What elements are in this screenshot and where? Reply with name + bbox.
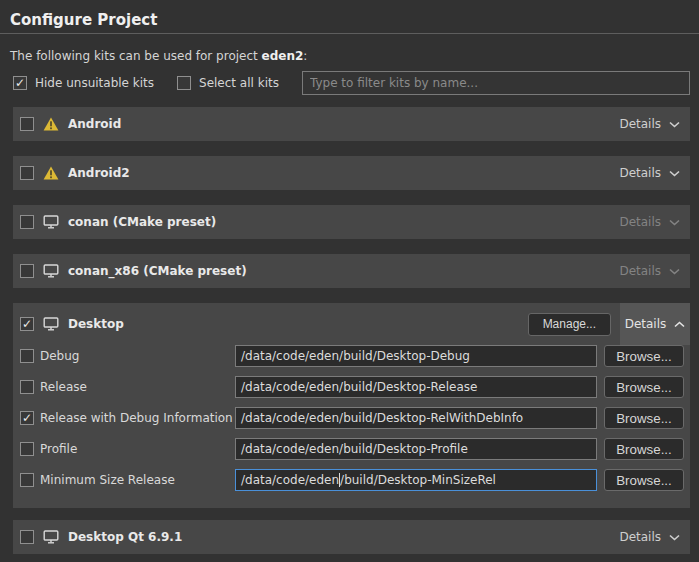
build-config-name: Minimum Size Release: [40, 473, 175, 487]
build-config-checkbox[interactable]: [20, 349, 34, 363]
build-config-label: Debug: [20, 349, 235, 363]
build-dir-value: /data/code/eden: [241, 473, 339, 487]
kit-list: Android Details Android2 Details conan (…: [13, 107, 690, 554]
chevron-up-icon: [674, 317, 685, 331]
build-config-row-release: Release /data/code/eden/build/Desktop-Re…: [20, 376, 690, 398]
details-button: Details: [609, 205, 690, 239]
checkbox-box[interactable]: [177, 76, 191, 90]
project-name: eden2: [262, 49, 304, 63]
browse-button[interactable]: Browse...: [604, 376, 684, 398]
kit-checkbox[interactable]: [20, 530, 34, 544]
kit-name: conan (CMake preset): [68, 215, 216, 229]
details-button[interactable]: Details: [609, 107, 690, 141]
build-dir-value: /data/code/eden/build/Desktop-Release: [241, 380, 477, 394]
kit-filter-bar: ✓ Hide unsuitable kits Select all kits: [13, 71, 690, 95]
kit-checkbox[interactable]: [20, 215, 34, 229]
kit-name: Android: [68, 117, 121, 131]
build-config-name: Release: [40, 380, 87, 394]
kit-name: conan_x86 (CMake preset): [68, 264, 247, 278]
browse-button[interactable]: Browse...: [604, 407, 684, 429]
chevron-down-icon: [669, 530, 680, 544]
details-label: Details: [619, 166, 661, 180]
build-config-checkbox[interactable]: [20, 473, 34, 487]
intro-prefix: The following kits can be used for proje…: [10, 49, 262, 63]
chevron-down-icon: [669, 264, 680, 278]
details-label: Details: [619, 530, 661, 544]
title-separator: [0, 33, 699, 34]
details-label: Details: [625, 317, 667, 331]
select-all-kits-checkbox[interactable]: Select all kits: [177, 76, 279, 90]
kit-name: Android2: [68, 166, 130, 180]
build-config-label: Minimum Size Release: [20, 473, 235, 487]
kit-checkbox[interactable]: [20, 166, 34, 180]
build-dir-input[interactable]: /data/code/eden/build/Desktop-Profile: [235, 438, 597, 460]
build-dir-value: /data/code/eden/build/Desktop-Debug: [241, 349, 470, 363]
intro-text: The following kits can be used for proje…: [10, 49, 689, 63]
kit-row-desktop: ✓ Desktop Manage... Details: [13, 303, 690, 345]
chevron-down-icon: [669, 215, 680, 229]
desktop-icon: [43, 317, 59, 331]
build-config-name: Profile: [40, 442, 77, 456]
build-config-name: Debug: [40, 349, 79, 363]
browse-button[interactable]: Browse...: [604, 345, 684, 367]
build-config-checkbox[interactable]: ✓: [20, 411, 34, 425]
build-dir-value: /data/code/eden/build/Desktop-RelWithDeb…: [241, 411, 523, 425]
kit-row-conan-x86: conan_x86 (CMake preset) Details: [13, 254, 690, 288]
desktop-icon: [43, 215, 59, 229]
chevron-down-icon: [669, 117, 680, 131]
kit-checkbox[interactable]: [20, 264, 34, 278]
kit-row-android2: Android2 Details: [13, 156, 690, 190]
checkbox-box[interactable]: ✓: [13, 76, 27, 90]
build-config-checkbox[interactable]: [20, 380, 34, 394]
build-dir-input-focused[interactable]: /data/code/eden/build/Desktop-MinSizeRel: [235, 469, 597, 491]
kit-row-desktop-qt: Desktop Qt 6.9.1 Details: [13, 520, 690, 554]
kit-filter-input[interactable]: [302, 71, 690, 95]
manage-kits-button[interactable]: Manage...: [528, 313, 611, 336]
details-button: Details: [609, 254, 690, 288]
checkbox-label: Select all kits: [199, 76, 279, 90]
kit-row-conan: conan (CMake preset) Details: [13, 205, 690, 239]
chevron-down-icon: [669, 166, 680, 180]
build-config-row-debug: Debug /data/code/eden/build/Desktop-Debu…: [20, 345, 690, 367]
intro-suffix: :: [303, 49, 307, 63]
checkbox-label: Hide unsuitable kits: [35, 76, 154, 90]
details-button[interactable]: Details: [609, 520, 690, 554]
build-config-checkbox[interactable]: [20, 442, 34, 456]
details-button[interactable]: Details: [609, 156, 690, 190]
build-config-label: Profile: [20, 442, 235, 456]
build-dir-value: /data/code/eden/build/Desktop-Profile: [241, 442, 468, 456]
kit-name: Desktop: [68, 317, 124, 331]
details-label: Details: [619, 215, 661, 229]
build-config-row-profile: Profile /data/code/eden/build/Desktop-Pr…: [20, 438, 690, 460]
warning-icon: [43, 117, 59, 131]
warning-icon: [43, 166, 59, 180]
build-dir-input[interactable]: /data/code/eden/build/Desktop-RelWithDeb…: [235, 407, 597, 429]
build-dir-input[interactable]: /data/code/eden/build/Desktop-Debug: [235, 345, 597, 367]
build-config-label: ✓ Release with Debug Information: [20, 411, 235, 425]
build-config-name: Release with Debug Information: [40, 411, 233, 425]
build-config-row-minsizerel: Minimum Size Release /data/code/eden/bui…: [20, 469, 690, 491]
desktop-icon: [43, 264, 59, 278]
kit-section-desktop: ✓ Desktop Manage... Details Debug /data/…: [13, 303, 690, 508]
kit-checkbox[interactable]: ✓: [20, 317, 34, 331]
build-dir-value: /build/Desktop-MinSizeRel: [340, 473, 496, 487]
kit-checkbox[interactable]: [20, 117, 34, 131]
hide-unsuitable-kits-checkbox[interactable]: ✓ Hide unsuitable kits: [13, 76, 154, 90]
kit-row-android: Android Details: [13, 107, 690, 141]
details-label: Details: [619, 117, 661, 131]
build-config-label: Release: [20, 380, 235, 394]
details-label: Details: [619, 264, 661, 278]
desktop-icon: [43, 530, 59, 544]
build-dir-input[interactable]: /data/code/eden/build/Desktop-Release: [235, 376, 597, 398]
kit-name: Desktop Qt 6.9.1: [68, 530, 182, 544]
browse-button[interactable]: Browse...: [604, 438, 684, 460]
browse-button[interactable]: Browse...: [604, 469, 684, 491]
page-title: Configure Project: [0, 0, 699, 33]
build-config-row-relwithdebinfo: ✓ Release with Debug Information /data/c…: [20, 407, 690, 429]
details-button[interactable]: Details: [620, 303, 690, 345]
